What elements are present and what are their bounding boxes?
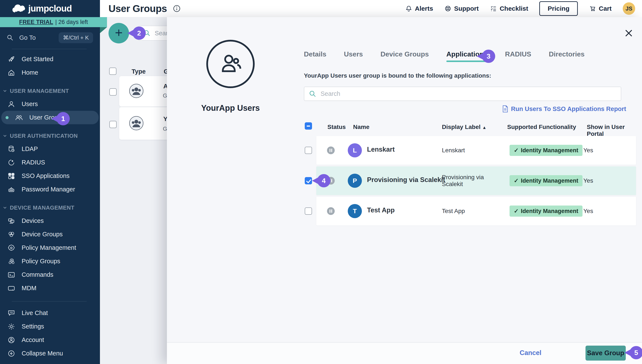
sidebar-item-label: Password Manager [22,186,75,193]
sidebar-item-password-manager[interactable]: Password Manager [0,183,100,196]
sidebar-item-home[interactable]: Home [0,66,100,79]
database-icon [8,145,15,153]
sidebar-item-devices[interactable]: Devices [0,214,100,228]
column-display-label[interactable]: Display Label▲ [442,124,486,130]
goto-label: Go To [19,34,36,41]
sidebar-section-device-management[interactable]: DEVICE MANAGEMENT [0,201,100,214]
sidebar-item-get-started[interactable]: Get Started [0,52,100,66]
app-avatar: L [348,143,362,158]
sidebar-item-radius[interactable]: RADIUS [0,156,100,169]
sidebar-item-label: Device Groups [22,231,63,238]
chevron-down-icon [3,88,7,93]
policy-icon [8,244,15,252]
group-details-panel: YourApp Users Details Users Device Group… [167,17,642,364]
tab-details[interactable]: Details [304,50,326,62]
sidebar-item-live-chat[interactable]: Live Chat [0,306,100,320]
functionality-cell: ✓Identity Management [509,145,582,156]
functionality-cell: ✓Identity Management [509,206,582,217]
group-visual: YourApp Users [186,40,275,113]
password-lock-icon [8,186,15,193]
chevron-down-icon [3,205,7,210]
sidebar-item-sso-applications[interactable]: SSO Applications [0,169,100,183]
identity-management-pill: ✓Identity Management [509,175,582,186]
jumpcloud-logo[interactable]: jumpcloud [0,0,100,17]
step-badge-5: 5 [629,346,642,359]
sidebar-item-commands[interactable]: Commands [0,268,100,282]
gear-icon [8,323,15,330]
devices-icon [8,217,15,225]
application-row[interactable]: L Lenskart Lenskart ✓Identity Management… [316,136,636,165]
sidebar-item-policy-management[interactable]: Policy Management [0,241,100,254]
tab-directories[interactable]: Directories [549,50,584,62]
application-row-selected[interactable]: P Provisioning via Scalekit Provisioning… [316,166,636,195]
rocket-icon [8,56,15,63]
step-badge-1: 1 [57,112,70,125]
terminal-icon [8,271,15,279]
sidebar-section-user-authentication[interactable]: USER AUTHENTICATION [0,130,100,142]
sidebar-item-mdm[interactable]: MDM [0,282,100,295]
sidebar-item-settings[interactable]: Settings [0,320,100,333]
home-icon [8,69,15,76]
user-group-icon [15,114,23,122]
sidebar-section-user-management[interactable]: USER MANAGEMENT [0,84,100,97]
select-all-checkbox[interactable] [109,68,116,75]
tab-users[interactable]: Users [344,50,363,62]
application-row[interactable]: T Test App Test App ✓Identity Management… [316,197,636,226]
sidebar-item-label: Collapse Menu [22,350,63,357]
sidebar-item-label: MDM [22,285,36,292]
mdm-icon [8,284,15,292]
sidebar-item-label: SSO Applications [22,172,70,180]
pricing-button[interactable]: Pricing [539,1,578,16]
select-all-checkbox[interactable] [305,122,312,130]
app-name-cell: P Provisioning via Scalekit [348,174,448,188]
free-trial-link[interactable]: FREE TRIAL [19,19,53,26]
close-icon[interactable] [622,27,635,40]
functionality-cell: ✓Identity Management [509,175,582,186]
cancel-button[interactable]: Cancel [520,349,541,357]
add-group-button[interactable]: + [109,23,129,44]
row-checkbox[interactable] [109,88,117,96]
sidebar-item-users[interactable]: Users [0,97,100,111]
sidebar-item-device-groups[interactable]: Device Groups [0,228,100,241]
chevron-down-icon [3,134,7,138]
show-in-portal-cell: Yes [583,177,593,184]
row-checkbox-checked[interactable] [305,177,312,184]
search-input[interactable] [320,90,621,98]
support-button[interactable]: Support [444,5,479,12]
row-checkbox[interactable] [109,121,117,128]
show-in-portal-cell: Yes [583,208,593,214]
alerts-button[interactable]: Alerts [405,5,433,12]
step-badge-3: 3 [482,50,495,63]
sidebar-item-account[interactable]: Account [0,333,100,347]
chat-icon [8,309,15,317]
sidebar-item-label: Settings [22,323,44,330]
step-badge-4: 4 [317,174,330,187]
info-icon[interactable] [173,4,181,13]
sidebar-item-ldap[interactable]: LDAP [0,142,100,156]
goto-shortcut: ⌘/Ctrl + K [59,32,93,43]
checklist-button[interactable]: Checklist [490,5,528,12]
tab-radius[interactable]: RADIUS [505,50,531,62]
column-type: Type [132,68,146,75]
row-checkbox[interactable] [305,208,312,215]
sidebar-item-collapse-menu[interactable]: Collapse Menu [0,347,100,360]
show-in-portal-cell: Yes [583,147,593,154]
applications-search-field[interactable] [304,86,621,101]
sidebar-item-label: Account [22,336,44,344]
sidebar-item-policy-groups[interactable]: Policy Groups [0,254,100,268]
sidebar-item-label: Get Started [22,56,53,63]
run-report-link[interactable]: Run Users To SSO Applications Report [502,105,626,112]
tab-device-groups[interactable]: Device Groups [380,50,429,62]
venn-icon [8,230,15,238]
sort-asc-icon: ▲ [482,125,487,130]
sidebar-item-user-groups[interactable]: User Groups [1,111,99,124]
free-trial-banner[interactable]: FREE TRIAL | 26 days left [0,17,107,27]
sidebar-item-label: LDAP [22,146,38,152]
cart-button[interactable]: Cart [589,5,611,12]
group-avatar [129,116,143,130]
goto-search[interactable]: Go To ⌘/Ctrl + K [0,31,100,44]
save-group-button[interactable]: Save Group [585,346,626,360]
row-checkbox[interactable] [305,147,312,154]
user-avatar[interactable]: JS [623,2,635,15]
active-indicator-dot [6,116,9,119]
